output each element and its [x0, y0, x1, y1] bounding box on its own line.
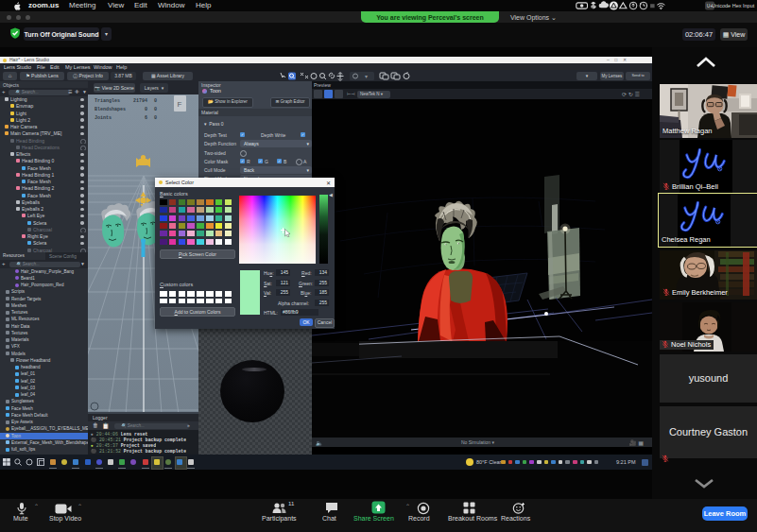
- svg-text:0: 0: [154, 98, 157, 104]
- svg-text:Blendshapes: Blendshapes: [95, 107, 126, 112]
- svg-text:0: 0: [154, 107, 157, 112]
- svg-text:6: 6: [145, 115, 147, 121]
- svg-text:Joints: Joints: [95, 115, 112, 121]
- svg-text:▾: ▾: [365, 74, 368, 79]
- svg-text:0: 0: [154, 115, 157, 121]
- svg-text:F: F: [178, 100, 182, 109]
- svg-text:0: 0: [145, 107, 147, 112]
- svg-text:Triangles: Triangles: [95, 98, 120, 104]
- svg-text:21794: 21794: [133, 98, 147, 104]
